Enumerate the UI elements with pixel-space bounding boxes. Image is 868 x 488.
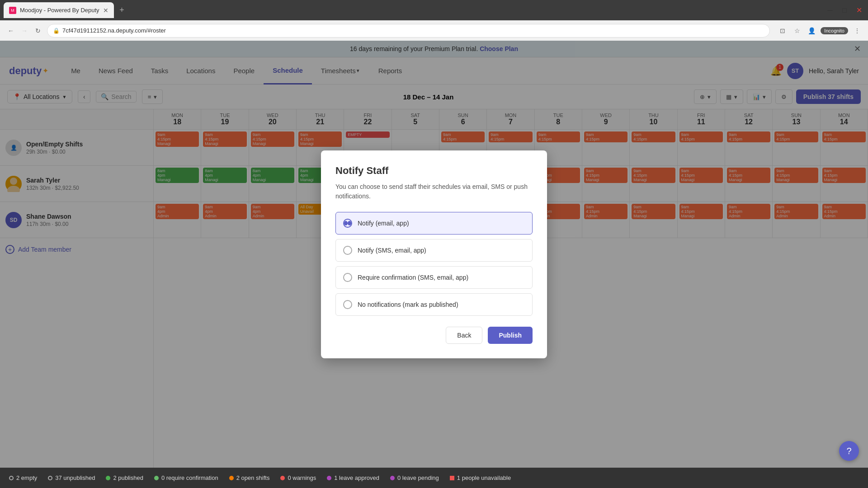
published-dot [106,476,110,480]
leave-pending-label: 0 leave pending [397,474,439,481]
confirm-dot [154,476,159,480]
radio-circle-2 [343,246,352,255]
unpublished-dot [48,476,52,480]
leave-approved-dot [327,476,331,480]
back-button[interactable]: Back [446,327,482,344]
incognito-badge: Incognito [821,27,848,34]
help-icon: ? [846,446,851,456]
reload-button[interactable]: ↻ [33,25,43,36]
status-warnings: 0 warnings [280,474,316,481]
radio-circle-1 [343,219,352,228]
notify-email-app-label: Notify (email, app) [358,220,409,227]
profile-icon[interactable]: 👤 [806,25,817,36]
new-tab-button[interactable]: + [116,4,128,17]
forward-button[interactable]: → [19,25,30,36]
empty-label: 2 empty [16,474,37,481]
confirm-label: 0 require confirmation [161,474,218,481]
notify-email-app-option[interactable]: Notify (email, app) [335,212,533,235]
status-published: 2 published [106,474,143,481]
unavailable-label: 1 people unavailable [457,474,511,481]
maximize-button[interactable]: □ [839,5,850,16]
status-require-confirmation: 0 require confirmation [154,474,218,481]
no-notifications-option[interactable]: No notifications (mark as published) [335,293,533,316]
publish-button[interactable]: Publish [488,327,533,344]
warning-dot [280,476,285,480]
minimize-button[interactable]: ─ [825,5,835,16]
cast-icon: ⊡ [777,25,788,36]
no-notifications-label: No notifications (mark as published) [358,301,458,308]
published-label: 2 published [113,474,143,481]
lock-icon: 🔒 [53,28,60,34]
notify-sms-email-app-option[interactable]: Notify (SMS, email, app) [335,239,533,262]
notify-staff-modal: Notify Staff You can choose to send staf… [321,150,547,358]
url-bar[interactable]: 🔒 7cf47d19112152.na.deputy.com/#roster [47,24,770,38]
tab-close-icon[interactable]: ✕ [103,7,108,14]
empty-dot [9,476,14,480]
status-unavailable: 1 people unavailable [450,474,511,481]
back-button[interactable]: ← [5,25,16,36]
radio-circle-4 [343,300,352,309]
star-icon[interactable]: ☆ [792,25,802,36]
require-confirmation-label: Require confirmation (SMS, email, app) [358,274,468,281]
notify-sms-email-app-label: Notify (SMS, email, app) [358,247,426,254]
status-leave-pending: 0 leave pending [390,474,439,481]
modal-footer: Back Publish [335,327,533,344]
unavail-dot [450,476,454,480]
leave-pending-dot [390,476,395,480]
help-button[interactable]: ? [839,441,859,461]
open-dot [229,476,234,480]
modal-overlay: Notify Staff You can choose to send staf… [0,41,868,468]
open-shifts-label: 2 open shifts [236,474,270,481]
status-open-shifts: 2 open shifts [229,474,270,481]
status-unpublished: 37 unpublished [48,474,95,481]
close-button[interactable]: ✕ [854,5,864,16]
radio-circle-3 [343,273,352,282]
status-leave-approved: 1 leave approved [327,474,379,481]
modal-title: Notify Staff [335,165,533,177]
warnings-label: 0 warnings [288,474,316,481]
menu-icon[interactable]: ⋮ [852,25,863,36]
url-text: 7cf47d19112152.na.deputy.com/#roster [62,27,166,34]
browser-tab[interactable]: M Moodjoy - Powered By Deputy ✕ [4,2,114,18]
status-bar: 2 empty 37 unpublished 2 published 0 req… [0,468,868,488]
leave-approved-label: 1 leave approved [334,474,379,481]
tab-title: Moodjoy - Powered By Deputy [20,7,99,14]
tab-favicon: M [9,7,16,14]
unpublished-label: 37 unpublished [55,474,95,481]
require-confirmation-option[interactable]: Require confirmation (SMS, email, app) [335,266,533,289]
status-empty: 2 empty [9,474,37,481]
modal-subtitle: You can choose to send staff their sched… [335,182,533,201]
